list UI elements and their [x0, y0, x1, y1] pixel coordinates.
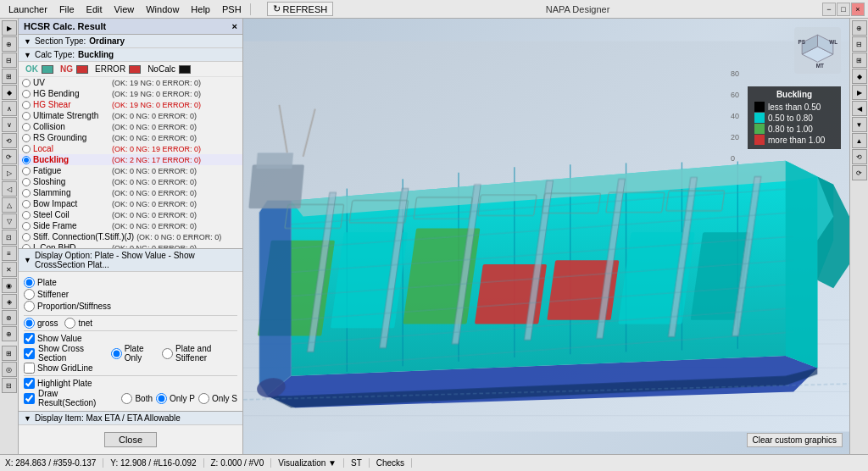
show-cross-section-check[interactable]	[24, 348, 35, 359]
radio-plate-only[interactable]: Plate Only	[111, 344, 159, 363]
radio-fatigue[interactable]	[22, 167, 31, 175]
radio-collision[interactable]	[22, 123, 31, 131]
tool-btn-23[interactable]: ⊟	[2, 378, 17, 393]
right-tool-1[interactable]: ⊕	[852, 20, 867, 36]
radio-only-p[interactable]: Only P	[156, 393, 195, 404]
menu-help[interactable]: Help	[186, 3, 215, 16]
radio-stiff-conn[interactable]	[22, 233, 31, 241]
right-tool-8[interactable]: ▲	[852, 133, 867, 148]
calc-item-steel-coil[interactable]: Steel Coil (OK: 0 NG: 0 ERROR: 0)	[19, 209, 242, 220]
tool-btn-12[interactable]: △	[2, 197, 17, 213]
calc-item-local[interactable]: Local (OK: 0 NG: 19 ERROR: 0)	[19, 143, 242, 154]
calc-item-bow-impact[interactable]: Bow Impact (OK: 0 NG: 0 ERROR: 0)	[19, 198, 242, 209]
tool-btn-21[interactable]: ⊞	[2, 346, 17, 361]
tool-btn-9[interactable]: ⟳	[2, 149, 17, 164]
radio-only-s[interactable]: Only S	[198, 393, 237, 404]
calc-item-fatigue[interactable]: Fatigue (OK: 0 NG: 0 ERROR: 0)	[19, 165, 242, 176]
radio-buckling[interactable]	[22, 156, 31, 164]
close-button[interactable]: Close	[104, 432, 157, 447]
draw-result-check[interactable]	[24, 393, 35, 404]
show-value-check[interactable]: Show Value	[24, 333, 237, 344]
menu-window[interactable]: Window	[141, 3, 184, 16]
calc-item-lcon-bhd[interactable]: L.Con.BHD (OK: 0 NG: 0 ERROR: 0)	[19, 242, 242, 248]
radio-hg-shear[interactable]	[22, 101, 31, 109]
menu-edit[interactable]: Edit	[81, 3, 108, 16]
win-close[interactable]: ×	[851, 3, 865, 16]
collapse-display-options[interactable]: ▼	[24, 256, 31, 264]
tool-btn-20[interactable]: ⊕	[2, 326, 17, 341]
tool-btn-3[interactable]: ⊟	[2, 53, 17, 68]
radio-rs-grounding[interactable]	[22, 134, 31, 142]
tool-btn-22[interactable]: ◎	[2, 362, 17, 377]
radio-bow-impact[interactable]	[22, 200, 31, 208]
calc-item-side-frame[interactable]: Side Frame (OK: 0 NG: 0 ERROR: 0)	[19, 220, 242, 231]
win-maximize[interactable]: □	[837, 3, 850, 16]
right-tool-7[interactable]: ▼	[852, 117, 867, 132]
tool-btn-13[interactable]: ▽	[2, 213, 17, 229]
tool-btn-6[interactable]: ∧	[2, 101, 17, 116]
collapse-display-item[interactable]: ▼	[24, 414, 31, 423]
right-tool-3[interactable]: ⊞	[852, 53, 867, 68]
tool-btn-10[interactable]: ▷	[2, 165, 17, 180]
tool-btn-18[interactable]: ◈	[2, 294, 17, 309]
tool-btn-14[interactable]: ⊡	[2, 230, 17, 245]
radio-ultimate[interactable]	[22, 112, 31, 120]
tool-btn-17[interactable]: ◉	[2, 278, 17, 293]
radio-plate-stiff[interactable]: Plate and Stiffener	[162, 344, 237, 363]
collapse-section-type[interactable]: ▼	[24, 37, 31, 46]
menu-psh[interactable]: PSH	[217, 3, 247, 16]
radio-proportion[interactable]: Proportion/Stiffness	[24, 301, 237, 312]
menu-file[interactable]: File	[54, 3, 80, 16]
win-minimize[interactable]: −	[822, 3, 836, 16]
right-tool-9[interactable]: ⟲	[852, 149, 867, 164]
calc-item-stiff-conn[interactable]: Stiff. Connection(T.Stiff.)(J) (OK: 0 NG…	[19, 231, 242, 242]
right-tool-6[interactable]: ◀	[852, 101, 867, 116]
tool-btn-2[interactable]: ⊕	[2, 36, 17, 52]
calc-item-buckling[interactable]: Buckling (OK: 2 NG: 17 ERROR: 0)	[19, 154, 242, 165]
collapse-calc-type[interactable]: ▼	[24, 51, 31, 59]
radio-tnet[interactable]: tnet	[64, 318, 92, 329]
calc-item-hg-shear[interactable]: HG Shear (OK: 19 NG: 0 ERROR: 0)	[19, 99, 242, 110]
tool-btn-11[interactable]: ◁	[2, 181, 17, 197]
radio-both[interactable]: Both	[121, 393, 153, 404]
radio-uv[interactable]	[22, 79, 31, 87]
tool-btn-8[interactable]: ⟲	[2, 133, 17, 148]
calc-item-collision[interactable]: Collision (OK: 0 NG: 0 ERROR: 0)	[19, 121, 242, 132]
tool-btn-16[interactable]: ✕	[2, 262, 17, 277]
radio-side-frame[interactable]	[22, 222, 31, 230]
calc-item-sloshing[interactable]: Sloshing (OK: 0 NG: 0 ERROR: 0)	[19, 176, 242, 187]
radio-plate[interactable]: Plate	[24, 277, 237, 288]
calc-item-rs-grounding[interactable]: RS Grounding (OK: 0 NG: 0 ERROR: 0)	[19, 132, 242, 143]
radio-steel-coil[interactable]	[22, 211, 31, 219]
radio-local[interactable]	[22, 145, 31, 153]
panel-close-button[interactable]: ×	[232, 21, 237, 31]
radio-slamming[interactable]	[22, 189, 31, 197]
right-tool-5[interactable]: ▶	[852, 85, 867, 100]
refresh-button[interactable]: ↻ REFRESH	[267, 2, 334, 16]
calc-item-slamming[interactable]: Slamming (OK: 0 NG: 0 ERROR: 0)	[19, 187, 242, 198]
calc-item-uv[interactable]: UV (OK: 19 NG: 0 ERROR: 0)	[19, 77, 242, 88]
tool-btn-19[interactable]: ⊗	[2, 310, 17, 325]
tool-btn-4[interactable]: ⊞	[2, 69, 17, 84]
clear-graphics-button[interactable]: Clear custom graphics	[747, 433, 843, 447]
draw-result-label: Draw Result(Section)	[38, 389, 118, 407]
radio-gross[interactable]: gross	[24, 318, 58, 329]
calc-item-ultimate[interactable]: Ultimate Strength (OK: 0 NG: 0 ERROR: 0)	[19, 110, 242, 121]
calc-item-hg-bending[interactable]: HG Bending (OK: 19 NG: 0 ERROR: 0)	[19, 88, 242, 99]
tool-btn-5[interactable]: ◆	[2, 85, 17, 100]
radio-sloshing[interactable]	[22, 178, 31, 186]
radio-hg-bending[interactable]	[22, 90, 31, 98]
radio-stiffener[interactable]: Stiffener	[24, 289, 237, 300]
status-visualization[interactable]: Visualization ▼	[278, 458, 344, 468]
show-gridline-check[interactable]: Show GridLine	[24, 363, 237, 374]
menu-view[interactable]: View	[109, 3, 140, 16]
right-tool-4[interactable]: ◆	[852, 69, 867, 84]
right-tool-2[interactable]: ⊟	[852, 36, 867, 52]
right-tool-10[interactable]: ⟳	[852, 165, 867, 180]
tool-btn-7[interactable]: ∨	[2, 117, 17, 132]
tool-btn-1[interactable]: ▶	[2, 20, 17, 36]
highlight-plate-check[interactable]: Highlight Plate	[24, 378, 237, 389]
tool-btn-15[interactable]: ≡	[2, 246, 17, 261]
viewport[interactable]: PS WL MT Buckling less than 0.50 0.50 to…	[243, 19, 849, 454]
menu-launcher[interactable]: Launcher	[3, 3, 53, 16]
